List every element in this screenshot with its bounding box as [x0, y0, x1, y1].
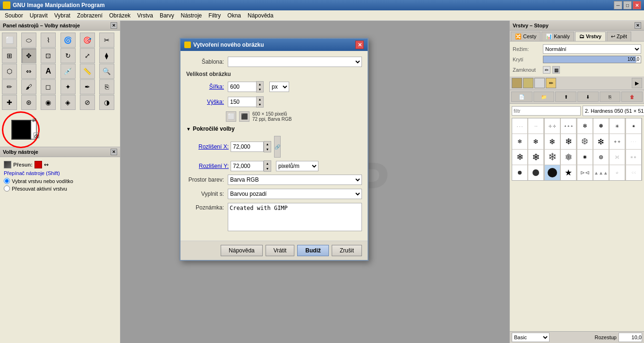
dialog-body: Šablona: Velikost obrázku Šířka: ▲ ▼ — [180, 51, 368, 241]
colorspace-label: Prostor barev: — [186, 176, 224, 183]
reset-button[interactable]: Vrátit — [266, 245, 295, 256]
res-x-spinner: ▲ ▼ — [231, 141, 271, 152]
dialog-buttons: Nápověda Vrátit Budiž Zrušit — [180, 241, 368, 260]
comment-label: Poznámka: — [186, 204, 224, 211]
width-input[interactable] — [228, 82, 256, 92]
fill-select[interactable]: Barvou pozadí Barvou popředí Bílou Průhl… — [228, 189, 362, 199]
height-spinner-btns: ▲ ▼ — [256, 96, 264, 108]
colorspace-row: Prostor barev: Barva RGB Stupně šedi — [186, 175, 362, 185]
res-y-label: Rozlišení Y: — [186, 163, 229, 169]
res-y-down[interactable]: ▼ — [264, 166, 271, 171]
res-x-row: Rozlišení X: ▲ ▼ 🔗 — [186, 136, 362, 158]
res-x-up[interactable]: ▲ — [264, 142, 271, 147]
advanced-header[interactable]: ▼ Pokročilé volby — [186, 125, 362, 132]
landscape-icon[interactable]: ⬛ — [239, 111, 249, 122]
res-x-label: Rozlišení X: — [186, 143, 229, 150]
res-y-spinner: ▲ ▼ — [231, 160, 271, 172]
res-x-down[interactable]: ▼ — [264, 147, 271, 152]
size-info-pixels: 600 × 150 pixelů — [252, 111, 292, 117]
width-spinner: ▲ ▼ — [228, 81, 264, 92]
fill-label: Vyplnit s: — [186, 191, 224, 197]
dialog-icon — [184, 42, 191, 48]
dialog-close-button[interactable]: ✕ — [355, 41, 364, 49]
size-info-row: ⬜ ⬛ 600 × 150 pixelů 72 ppi, Barva RGB — [224, 111, 362, 122]
colorspace-select[interactable]: Barva RGB Stupně šedi — [228, 175, 362, 185]
size-info-resolution: 72 ppi, Barva RGB — [252, 117, 292, 122]
res-y-up[interactable]: ▲ — [264, 161, 271, 166]
advanced-label: Pokročilé volby — [193, 125, 235, 132]
ok-button[interactable]: Budiž — [297, 245, 329, 256]
advanced-arrow: ▼ — [186, 126, 191, 132]
dialog-title-left: Vytvoření nového obrázku — [184, 42, 264, 48]
help-button[interactable]: Nápověda — [221, 245, 263, 256]
res-link-button[interactable]: 🔗 — [274, 136, 281, 158]
dialog-title-bar: Vytvoření nového obrázku ✕ — [180, 39, 368, 51]
dialog-title-text: Vytvoření nového obrázku — [193, 42, 264, 48]
width-unit-select[interactable]: px mm cm — [269, 82, 289, 92]
height-input[interactable] — [228, 97, 256, 107]
res-unit-select[interactable]: pixelů/m pixelů/in — [276, 161, 318, 171]
template-label: Šablona: — [186, 59, 224, 65]
width-spinner-btns: ▲ ▼ — [256, 81, 264, 92]
res-x-input[interactable] — [231, 142, 264, 152]
height-down-btn[interactable]: ▼ — [257, 102, 263, 107]
res-y-btns: ▲ ▼ — [264, 160, 271, 172]
image-size-section: Velikost obrázku Šířka: ▲ ▼ px mm c — [186, 71, 362, 122]
comment-textarea[interactable]: Created with GIMP — [228, 203, 362, 231]
res-y-input[interactable] — [231, 161, 264, 171]
res-x-btns: ▲ ▼ — [264, 141, 271, 152]
res-y-row: Rozlišení Y: ▲ ▼ pixelů/m pixelů/in — [186, 160, 362, 172]
width-down-btn[interactable]: ▼ — [257, 87, 263, 92]
width-up-btn[interactable]: ▲ — [257, 82, 263, 87]
image-size-title: Velikost obrázku — [186, 71, 362, 77]
advanced-section: ▼ Pokročilé volby Rozlišení X: ▲ ▼ 🔗 — [186, 125, 362, 231]
height-label: Výška: — [186, 99, 224, 105]
size-icons: ⬜ ⬛ 600 × 150 pixelů 72 ppi, Barva RGB — [226, 111, 292, 122]
cancel-button[interactable]: Zrušit — [332, 245, 362, 256]
height-spinner: ▲ ▼ — [228, 96, 264, 108]
portrait-icon[interactable]: ⬜ — [226, 111, 236, 122]
template-select[interactable] — [228, 57, 362, 67]
new-image-dialog: Vytvoření nového obrázku ✕ Šablona: Veli… — [180, 38, 369, 261]
height-up-btn[interactable]: ▲ — [257, 97, 263, 102]
width-row: Šířka: ▲ ▼ px mm cm — [186, 81, 362, 92]
width-label: Šířka: — [186, 84, 224, 90]
template-row: Šablona: — [186, 57, 362, 67]
fill-row: Vyplnit s: Barvou pozadí Barvou popředí … — [186, 189, 362, 199]
comment-row: Poznámka: Created with GIMP — [186, 203, 362, 231]
dialog-overlay: Vytvoření nového obrázku ✕ Šablona: Veli… — [0, 0, 644, 343]
height-row: Výška: ▲ ▼ — [186, 96, 362, 108]
size-info-text: 600 × 150 pixelů 72 ppi, Barva RGB — [252, 111, 292, 122]
